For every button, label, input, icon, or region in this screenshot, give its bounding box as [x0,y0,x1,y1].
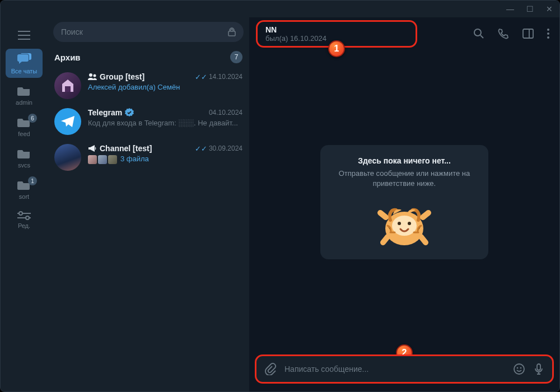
rail-label: Ред. [18,222,30,229]
maximize-button[interactable]: ☐ [526,4,534,13]
archive-count: 7 [230,51,242,63]
archive-row[interactable]: Архив 7 [48,46,249,68]
folder-icon [17,86,31,97]
emoji-icon[interactable] [513,363,525,375]
rail-badge: 6 [28,114,37,123]
avatar [54,144,81,171]
svg-point-0 [19,212,22,215]
rail-label: svcs [18,162,30,169]
svg-rect-5 [523,29,533,38]
greeting-card[interactable]: Здесь пока ничего нет... Отправьте сообщ… [320,145,488,259]
empty-subtitle: Отправьте сообщение или нажмите на приве… [335,169,474,189]
group-icon [88,73,97,81]
svg-point-6 [547,29,549,31]
megaphone-icon [88,144,97,152]
greeting-sticker[interactable] [374,198,435,248]
rail-label: admin [16,99,32,106]
chat-row[interactable]: Telegram 04.10.2024 Код для входа в Tele… [48,104,249,139]
svg-point-15 [520,367,522,369]
rail-item-all-chats[interactable]: Все чаты [6,49,43,78]
message-input[interactable] [284,365,505,374]
verified-icon [125,108,134,117]
svg-point-1 [26,216,29,220]
avatar [54,108,81,135]
media-thumbs [88,155,117,164]
chat-name: Telegram [88,108,134,117]
chat-row[interactable]: Channel [test] ✓✓30.09.2024 3 файла [48,139,249,175]
voice-icon[interactable] [533,363,544,375]
contact-name[interactable]: NN [265,25,408,34]
empty-title: Здесь пока ничего нет... [335,156,474,165]
app-window: — ☐ ✕ Все чаты admin 6 feed [0,0,560,392]
read-checks-icon: ✓✓ [195,144,207,153]
more-icon[interactable] [547,29,549,39]
search-icon[interactable] [473,28,484,39]
avatar [54,72,81,99]
search-input[interactable] [61,27,228,36]
annotation-box-1: NN был(а) 16.10.2024 1 [256,20,417,48]
minimize-button[interactable]: — [506,4,514,13]
archive-title: Архив [54,53,223,62]
settings-sliders-icon [17,211,31,220]
svg-point-8 [547,36,549,39]
close-button[interactable]: ✕ [546,4,553,13]
call-icon[interactable] [498,28,509,39]
rail-label: sort [19,193,29,200]
empty-state: Здесь пока ничего нет... Отправьте сообщ… [249,50,559,354]
rail-item-svcs[interactable]: svcs [6,144,43,172]
svg-point-13 [514,364,524,374]
chat-date: ✓✓30.09.2024 [195,144,242,153]
header-actions [473,28,549,39]
rail-item-feed[interactable]: 6 feed [6,113,43,141]
rail-badge: 1 [28,176,37,185]
titlebar: — ☐ ✕ [1,1,559,17]
chat-row[interactable]: Group [test] ✓✓14.10.2024 Алексей добави… [48,68,249,104]
chat-header: NN был(а) 16.10.2024 1 [249,17,559,50]
rail-item-edit[interactable]: Ред. [6,207,43,232]
rail-label: feed [18,130,30,137]
chat-preview: Алексей добавил(а) Семён [88,83,242,91]
chat-preview: 3 файла [88,155,242,164]
svg-rect-16 [537,364,540,370]
nav-rail: Все чаты admin 6 feed svcs 1 sort [1,17,48,391]
rail-item-admin[interactable]: admin [6,81,43,109]
svg-point-14 [517,367,519,369]
rail-label: Все чаты [11,68,38,74]
chat-preview: Код для входа в Telegram: ░░░. Не давайт… [88,119,242,127]
chat-date: 04.10.2024 [209,109,242,116]
search-input-wrap[interactable] [53,22,244,42]
read-checks-icon: ✓✓ [195,73,207,81]
annotation-box-2 [255,354,554,384]
menu-button[interactable] [12,25,36,45]
sidebar-toggle-icon[interactable] [522,29,534,39]
attach-icon[interactable] [264,363,277,375]
rail-item-sort[interactable]: 1 sort [6,175,43,203]
chat-date: ✓✓14.10.2024 [195,73,242,81]
svg-point-12 [408,222,411,225]
svg-point-10 [392,216,417,236]
chat-name: Channel [test] [88,144,152,153]
chat-name: Group [test] [88,72,144,81]
folder-icon [17,148,31,160]
lock-icon [228,27,236,36]
chat-main: NN был(а) 16.10.2024 1 Здесь пока ничего… [249,17,559,391]
svg-point-7 [547,32,549,35]
svg-point-2 [89,73,92,77]
annotation-badge-1: 1 [328,40,345,57]
telegram-logo-icon [60,115,76,128]
svg-point-11 [398,222,401,225]
chats-icon [17,53,31,66]
svg-point-3 [94,74,96,77]
svg-point-4 [474,29,481,36]
chat-list: Архив 7 Group [test] ✓✓14.10.2024 [48,17,249,391]
